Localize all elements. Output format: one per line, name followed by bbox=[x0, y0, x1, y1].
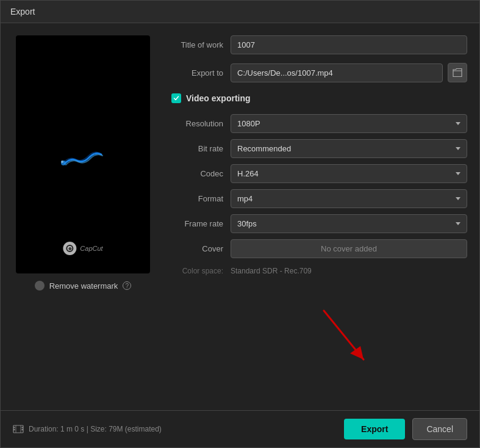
watermark-label: Remove watermark bbox=[49, 281, 118, 291]
framerate-row: Frame rate 30fps bbox=[171, 214, 467, 233]
svg-marker-3 bbox=[350, 346, 364, 359]
video-content-svg bbox=[46, 130, 120, 179]
svg-rect-7 bbox=[22, 427, 24, 428]
resolution-chevron-icon bbox=[456, 122, 460, 125]
framerate-chevron-icon bbox=[456, 222, 460, 225]
color-space-label: Color space: bbox=[171, 267, 223, 275]
format-label: Format bbox=[171, 194, 223, 203]
video-exporting-checkbox[interactable] bbox=[171, 93, 181, 103]
red-arrow-annotation bbox=[315, 305, 382, 380]
resolution-select[interactable]: 1080P bbox=[231, 114, 467, 133]
video-preview: CapCut bbox=[16, 35, 150, 273]
title-label: Title of work bbox=[171, 40, 223, 49]
bitrate-chevron-icon bbox=[456, 147, 460, 150]
video-exporting-header: Video exporting bbox=[171, 91, 467, 106]
title-input[interactable] bbox=[231, 35, 467, 54]
color-space-value: Standard SDR - Rec.709 bbox=[231, 267, 312, 275]
codec-row: Codec H.264 bbox=[171, 164, 467, 183]
codec-label: Codec bbox=[171, 169, 223, 178]
dialog-title: Export bbox=[1, 1, 479, 23]
bitrate-label: Bit rate bbox=[171, 144, 223, 153]
capcut-logo bbox=[63, 242, 76, 255]
footer-buttons: Export Cancel bbox=[344, 418, 467, 440]
format-row: Format mp4 bbox=[171, 189, 467, 208]
format-chevron-icon bbox=[456, 197, 460, 200]
export-path-input[interactable] bbox=[231, 63, 443, 82]
right-panel: Title of work Export to bbox=[171, 35, 467, 398]
framerate-label: Frame rate bbox=[171, 219, 223, 228]
checkmark-icon bbox=[173, 95, 179, 101]
watermark-toggle[interactable] bbox=[35, 281, 45, 291]
framerate-select[interactable]: 30fps bbox=[231, 214, 467, 233]
svg-rect-5 bbox=[13, 427, 15, 428]
arrow-area bbox=[171, 284, 467, 398]
folder-icon bbox=[453, 68, 462, 77]
settings-grid: Resolution 1080P Bit rate Recommended bbox=[171, 114, 467, 275]
cover-row: Cover No cover added bbox=[171, 239, 467, 258]
resolution-label: Resolution bbox=[171, 119, 223, 128]
export-to-label: Export to bbox=[171, 68, 223, 78]
resolution-row: Resolution 1080P bbox=[171, 114, 467, 133]
video-exporting-label: Video exporting bbox=[186, 93, 251, 103]
color-space-row: Color space: Standard SDR - Rec.709 bbox=[171, 267, 467, 275]
film-icon bbox=[13, 425, 24, 433]
title-row: Title of work bbox=[171, 35, 467, 54]
svg-rect-6 bbox=[13, 429, 15, 430]
cover-label: Cover bbox=[171, 244, 223, 253]
watermark-info-icon[interactable]: ? bbox=[123, 281, 131, 290]
codec-select[interactable]: H.264 bbox=[231, 164, 467, 183]
arrow-svg bbox=[315, 305, 382, 378]
duration-text: Duration: 1 m 0 s | Size: 79M (estimated… bbox=[29, 425, 162, 433]
capcut-watermark: CapCut bbox=[63, 242, 102, 255]
codec-chevron-icon bbox=[456, 172, 460, 175]
svg-point-1 bbox=[61, 161, 63, 163]
browse-folder-button[interactable] bbox=[448, 63, 467, 82]
capcut-text: CapCut bbox=[80, 245, 102, 252]
watermark-row: Remove watermark ? bbox=[35, 281, 132, 291]
export-dialog: Export bbox=[0, 0, 480, 448]
cover-button[interactable]: No cover added bbox=[231, 239, 467, 258]
duration-info: Duration: 1 m 0 s | Size: 79M (estimated… bbox=[13, 425, 162, 433]
dialog-body: CapCut Remove watermark ? Title of work bbox=[1, 23, 479, 410]
export-button[interactable]: Export bbox=[344, 419, 405, 439]
format-select[interactable]: mp4 bbox=[231, 189, 467, 208]
svg-rect-8 bbox=[22, 429, 24, 430]
bitrate-row: Bit rate Recommended bbox=[171, 139, 467, 158]
cancel-button[interactable]: Cancel bbox=[412, 418, 467, 440]
export-path-container bbox=[231, 63, 467, 82]
left-panel: CapCut Remove watermark ? bbox=[13, 35, 153, 398]
export-path-row: Export to bbox=[171, 63, 467, 82]
bitrate-select[interactable]: Recommended bbox=[231, 139, 467, 158]
dialog-footer: Duration: 1 m 0 s | Size: 79M (estimated… bbox=[1, 410, 479, 447]
